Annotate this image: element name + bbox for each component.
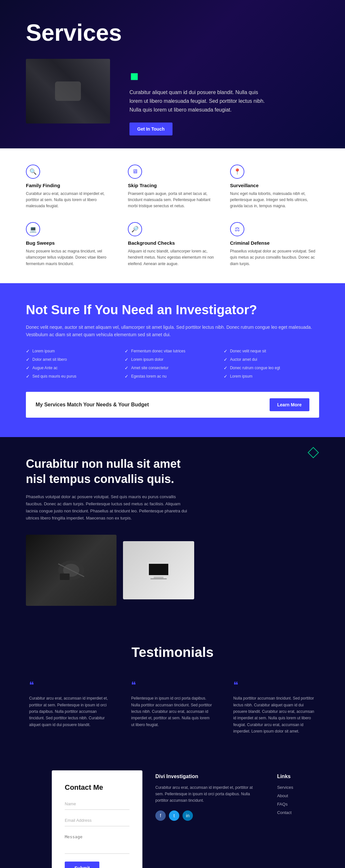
service-item-criminal-defense: ⚖ Criminal Defense Phasellus volutpat do… (230, 222, 319, 267)
investigator-title: Not Sure If You Need an Investigator? (26, 303, 319, 317)
quote-icon-1: ❝ (131, 680, 213, 690)
hero-description: Curabitur aliquet quam id dui posuere bl… (130, 88, 265, 115)
checklist-item-8: ✓ Donec rutrum congue leo egt (224, 365, 319, 370)
checklist-label-11: Lorem ipsum (230, 374, 253, 378)
svg-rect-8 (150, 578, 167, 579)
testimonial-text-1: Pellentesque in ipsum id orci porta dapi… (131, 695, 213, 728)
check-icon-9: ✓ (26, 374, 30, 379)
testimonial-item-1: ❝ Pellentesque in ipsum id orci porta da… (128, 676, 217, 738)
svg-rect-4 (60, 574, 69, 580)
service-desc-5: Phasellus volutpat dolor ac posuere volu… (230, 248, 319, 267)
message-input[interactable] (65, 831, 130, 854)
criminal-defense-icon: ⚖ (230, 222, 245, 236)
about-image-2 (123, 541, 194, 599)
service-desc-4: Aliquam id nunc blandit, ullamcorper lor… (128, 248, 217, 267)
name-input[interactable] (65, 798, 130, 810)
checklist-item-7: ✓ Amet site consectetur (124, 365, 220, 370)
service-title-5: Criminal Defense (230, 240, 319, 246)
email-input[interactable] (65, 815, 130, 826)
testimonial-text-2: Nulla porttitor accumsan tincidunt. Sed … (233, 695, 316, 735)
checklist-label-9: Sed quis mauris eu purus (32, 374, 76, 378)
service-item-bug-sweeps: 💻 Bug Sweeps Nunc posuere lectus ac magn… (26, 222, 115, 267)
service-item-family-finding: 🔍 Family Finding Curabitur arcu erat, ac… (26, 164, 115, 210)
check-icon-8: ✓ (224, 365, 228, 370)
service-item-background-checks: 🔎 Background Checks Aliquam id nunc blan… (128, 222, 217, 267)
get-in-touch-button[interactable]: Get In Touch (130, 123, 173, 135)
contact-footer: Contact Me Submit Divi Investigation Cur… (26, 757, 319, 868)
service-title-3: Bug Sweeps (26, 240, 115, 246)
linkedin-icon[interactable]: in (182, 810, 193, 821)
page-title: Services (26, 20, 319, 46)
about-title: Curabitur non nulla sit amet nisl tempus… (26, 457, 188, 487)
family-finding-icon: 🔍 (26, 164, 40, 179)
footer-link-item-3[interactable]: Contact (277, 809, 293, 815)
check-icon-6: ✓ (26, 365, 30, 370)
check-icon-4: ✓ (124, 357, 128, 362)
checklist-item-5: ✓ Auctor amet dui (224, 357, 319, 362)
hero-image (26, 59, 110, 123)
svg-rect-6 (149, 564, 168, 575)
footer-link-item-0[interactable]: Services (277, 784, 293, 790)
checklist-label-7: Amet site consectetur (131, 366, 168, 370)
checklist-item-3: ✓ Dolor amet sit libero (26, 357, 121, 362)
skip-tracing-icon: 🖥 (128, 164, 142, 179)
footer-link-item-1[interactable]: About (277, 793, 293, 799)
svg-marker-0 (308, 447, 318, 458)
checklist-item-4: ✓ Lorem ipsum dolor (124, 357, 220, 362)
checklist-label-1: Fermentum donec vitae lutrices (131, 349, 185, 353)
testimonials-grid: ❝ Curabitur arcu erat, accumsan id imper… (26, 676, 319, 738)
quote-icon-0: ❝ (29, 680, 112, 690)
footer-link-0[interactable]: Services (277, 785, 293, 790)
checklist-label-4: Lorem ipsum dolor (131, 357, 163, 362)
footer-link-3[interactable]: Contact (277, 810, 292, 815)
testimonial-item-0: ❝ Curabitur arcu erat, accumsan id imper… (26, 676, 115, 738)
checklist-item-9: ✓ Sed quis mauris eu purus (26, 374, 121, 379)
footer-brand-col: Divi Investigation Curabitur arcu erat, … (155, 774, 258, 868)
hero-section: Services Curabitur aliquet quam id dui p… (0, 0, 345, 148)
checklist-label-3: Dolor amet sit libero (32, 357, 67, 362)
checklist-item-2: ✓ Donec velit neque sit (224, 348, 319, 354)
checklist-label-10: Egestas lorem ac nu (131, 374, 166, 378)
check-icon-7: ✓ (124, 365, 128, 370)
contact-form-card: Contact Me Submit (52, 770, 142, 868)
check-icon-11: ✓ (224, 374, 228, 379)
checklist-item-10: ✓ Egestas lorem ac nu (124, 374, 220, 379)
checklist-label-5: Auctor amet dui (230, 357, 257, 362)
cta-bar: My Services Match Your Needs & Your Budg… (26, 392, 319, 418)
service-desc-1: Praesent quam augue, porta sit amet lacu… (128, 191, 217, 210)
check-icon-10: ✓ (124, 374, 128, 379)
about-description: Phasellus volutpat dolor ac posuere volu… (26, 493, 188, 522)
services-section: 🔍 Family Finding Curabitur arcu erat, ac… (0, 148, 345, 283)
surveillance-icon: 📍 (230, 164, 245, 179)
footer-links-title: Links (277, 774, 293, 779)
background-checks-icon: 🔎 (128, 222, 142, 236)
checklist-label-8: Donec rutrum congue leo egt (230, 366, 280, 370)
service-title-2: Surveillance (230, 183, 319, 188)
submit-button[interactable]: Submit (65, 862, 99, 868)
testimonial-item-2: ❝ Nulla porttitor accumsan tincidunt. Se… (230, 676, 319, 738)
footer-brand-title: Divi Investigation (155, 774, 258, 779)
testimonials-section: Testimonials ❝ Curabitur arcu erat, accu… (0, 625, 345, 868)
check-icon-2: ✓ (224, 348, 228, 354)
checklist-item-6: ✓ Augue Ante ac (26, 365, 121, 370)
diamond-decoration (308, 447, 319, 460)
service-item-skip-tracing: 🖥 Skip Tracing Praesent quam augue, port… (128, 164, 217, 210)
service-desc-0: Curabitur arcu erat, accumsan id imperdi… (26, 191, 115, 210)
testimonials-title: Testimonials (26, 645, 319, 660)
twitter-icon[interactable]: t (169, 810, 179, 821)
investigator-section: Not Sure If You Need an Investigator? Do… (0, 283, 345, 437)
footer-link-2[interactable]: FAQs (277, 802, 288, 807)
checklist-item-0: ✓ Lorem ipsum (26, 348, 121, 354)
hero-text-block: Curabitur aliquet quam id dui posuere bl… (130, 59, 319, 135)
footer-links-col: Links Services About FAQs Contact (277, 774, 293, 868)
learn-more-button[interactable]: Learn More (269, 398, 309, 411)
cta-bar-text: My Services Match Your Needs & Your Budg… (36, 402, 149, 408)
service-item-surveillance: 📍 Surveillance Nunc eget nulla lobortis,… (230, 164, 319, 210)
service-desc-2: Nunc eget nulla lobortis, malesuada nibh… (230, 191, 319, 210)
footer-link-item-2[interactable]: FAQs (277, 801, 293, 807)
facebook-icon[interactable]: f (155, 810, 166, 821)
check-icon-3: ✓ (26, 357, 30, 362)
service-title-1: Skip Tracing (128, 183, 217, 188)
checklist-label-2: Donec velit neque sit (230, 349, 266, 353)
footer-link-1[interactable]: About (277, 793, 288, 798)
